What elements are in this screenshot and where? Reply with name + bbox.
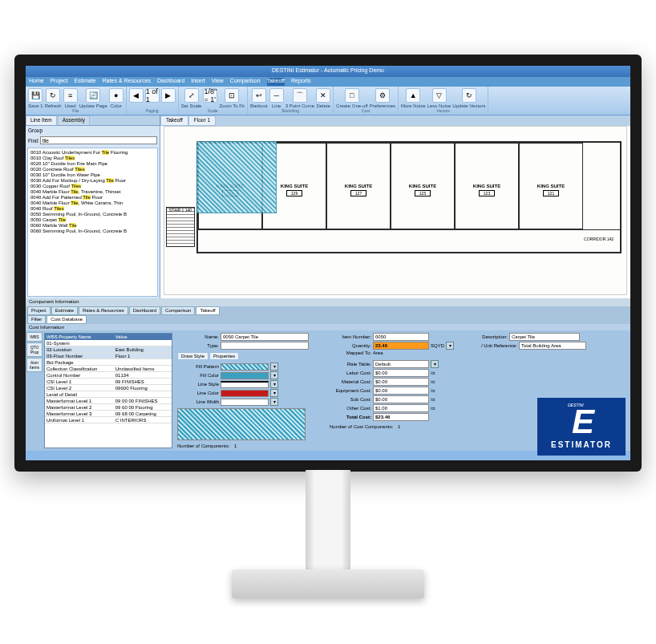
- chevron-down-icon[interactable]: ▾: [431, 360, 439, 368]
- wbs-row[interactable]: Control Number01134: [45, 372, 172, 379]
- wbs-row[interactable]: 03-Floor NumberFloor 1: [45, 353, 172, 359]
- ribbon-backout-button[interactable]: ↩: [252, 88, 266, 103]
- tree-item[interactable]: 0030 Add For Mockup / Dry-Laying Tile Fl…: [29, 177, 156, 183]
- ribbon-set-scale-button[interactable]: ⤢: [184, 88, 199, 103]
- ribbon-more-noise-button[interactable]: ▲: [406, 88, 420, 103]
- tree-item[interactable]: 0060 Marble Wall Tile: [29, 222, 156, 228]
- lower-tab-rates-resources[interactable]: Rates & Resources: [79, 306, 128, 315]
- tab-takeoff[interactable]: Takeoff: [160, 115, 188, 126]
- sub-cost-input[interactable]: [373, 395, 429, 403]
- fill-pattern-swatch[interactable]: [221, 363, 269, 371]
- tab-floor1[interactable]: Floor 1: [188, 115, 216, 126]
- wbs-row[interactable]: 01-System: [45, 340, 172, 346]
- tree-item[interactable]: 0040 Marble Floor Tile, Travertine, Thin…: [29, 188, 156, 194]
- wbs-row[interactable]: Level of Detail: [45, 391, 172, 398]
- labor-cost-input[interactable]: [373, 369, 429, 377]
- equipment-cost-input[interactable]: [373, 387, 429, 395]
- tab-assembly[interactable]: Assembly: [58, 115, 90, 125]
- material-cost-input[interactable]: [373, 378, 429, 386]
- ribbon-update-vectors-button[interactable]: ↻: [462, 88, 476, 103]
- ribbon-1-of-1-button[interactable]: 1 of 1: [145, 88, 160, 103]
- fill-color-swatch[interactable]: [221, 372, 269, 379]
- ribbon-3-point-curve-button[interactable]: ⌒: [293, 88, 307, 103]
- unit-reference-input[interactable]: [519, 342, 586, 350]
- wbs-row[interactable]: Masterformat Level 109 00 00 FINISHES: [45, 398, 172, 404]
- tree-item[interactable]: 0020 10" Ductile Iron Fire Main Pipe: [29, 160, 156, 166]
- ribbon-refresh-button[interactable]: ↻: [46, 88, 60, 103]
- lower-tab-estimate[interactable]: Estimate: [51, 306, 78, 315]
- ribbon---button[interactable]: ▶: [161, 88, 176, 103]
- wbs-row[interactable]: Masterformat Level 209 60 00 Flooring: [45, 404, 172, 411]
- wbs-row[interactable]: Collection ClassificationUnclassified It…: [45, 366, 172, 372]
- search-input[interactable]: [40, 136, 157, 144]
- ribbon-used-button[interactable]: ≡: [63, 88, 78, 103]
- room[interactable]: KING SUITE127: [326, 143, 391, 229]
- tab-line-item[interactable]: Line Item: [26, 115, 57, 125]
- chevron-down-icon[interactable]: ▾: [270, 380, 278, 388]
- ribbon-save-1-button[interactable]: 💾: [28, 88, 43, 103]
- tree-item[interactable]: 0010 Clay Roof Tiles: [29, 155, 156, 160]
- ribbon-1-8-1--button[interactable]: 1/8" = 1': [203, 88, 217, 103]
- tab-properties[interactable]: Properties: [209, 352, 239, 360]
- floor-plan[interactable]: KING SUITE131KING SUITE129KING SUITE127K…: [164, 126, 627, 295]
- side-btn-wbs[interactable]: WBS: [26, 332, 43, 342]
- wbs-row[interactable]: CSI Level 209600 Flooring: [45, 385, 172, 391]
- tree-item[interactable]: 0050 Carpet Tile: [29, 217, 156, 222]
- menu-home[interactable]: Home: [29, 78, 44, 86]
- ribbon-zoom-to-fit-button[interactable]: ⊡: [225, 88, 239, 103]
- takeoff-area[interactable]: [196, 141, 277, 213]
- tree-item[interactable]: 0020 Concrete Roof Tiles: [29, 166, 156, 172]
- wbs-row[interactable]: Masterformat Level 309 68 00 Carpeting: [45, 411, 172, 417]
- tab-cost-database[interactable]: Cost Database: [47, 315, 87, 324]
- line-color-swatch[interactable]: [221, 390, 269, 397]
- wbs-row[interactable]: Bid Package: [45, 359, 172, 366]
- drawing-canvas[interactable]: Takeoff Floor 1 KING SUITE131KING SUITE1…: [160, 115, 630, 298]
- menu-dashboard[interactable]: Dashboard: [157, 78, 184, 86]
- ribbon-line-button[interactable]: ─: [269, 88, 284, 103]
- menu-view[interactable]: View: [212, 78, 224, 86]
- tab-draw-style[interactable]: Draw Style: [177, 352, 209, 360]
- lower-tab-project[interactable]: Project: [27, 306, 51, 315]
- room[interactable]: KING SUITE121: [519, 143, 583, 229]
- ribbon-preferences-button[interactable]: ⚙: [375, 88, 390, 103]
- ribbon-create-one-off-button[interactable]: □: [345, 88, 359, 103]
- tree-item[interactable]: 0050 Swimming Pool, In-Ground, Concrete …: [29, 211, 156, 217]
- ribbon---button[interactable]: ◀: [129, 88, 144, 103]
- chevron-down-icon[interactable]: ▾: [270, 371, 278, 379]
- wbs-grid[interactable]: WBS Property NameValue01-System02-Locati…: [44, 333, 172, 448]
- tab-filter[interactable]: Filter: [27, 315, 46, 324]
- chevron-down-icon[interactable]: ▾: [270, 363, 278, 371]
- room[interactable]: KING SUITE125: [391, 143, 455, 229]
- ribbon-color-button[interactable]: ●: [109, 88, 124, 103]
- lower-tab-dashboard[interactable]: Dashboard: [129, 306, 160, 315]
- menu-reports[interactable]: Reports: [291, 78, 311, 86]
- side-btn-asm-items[interactable]: Asm Items: [26, 358, 43, 372]
- menu-rates-resources[interactable]: Rates & Resources: [103, 78, 151, 86]
- room[interactable]: KING SUITE123: [455, 143, 519, 229]
- menu-project[interactable]: Project: [51, 78, 68, 86]
- menu-comparison[interactable]: Comparison: [230, 78, 261, 86]
- chevron-down-icon[interactable]: ▾: [446, 342, 454, 350]
- description-input[interactable]: [509, 333, 580, 341]
- tree-item[interactable]: 0040 Marble Floor Tile, White Cararra, T…: [29, 200, 156, 205]
- line-style-swatch[interactable]: [221, 381, 269, 388]
- menu-takeoff[interactable]: Takeoff: [267, 78, 285, 86]
- wbs-row[interactable]: Uniformat Level 1C INTERIORS: [45, 417, 172, 423]
- quantity-input[interactable]: [373, 342, 429, 350]
- name-input[interactable]: [221, 333, 309, 341]
- ribbon-delete-button[interactable]: ✕: [316, 88, 330, 103]
- type-input[interactable]: [221, 342, 309, 350]
- menu-estimate[interactable]: Estimate: [74, 78, 95, 86]
- chevron-down-icon[interactable]: ▾: [270, 398, 278, 406]
- tree-item[interactable]: 0060 Swimming Pool, In-Ground, Concrete …: [29, 228, 156, 233]
- lower-tab-takeoff[interactable]: Takeoff: [196, 306, 219, 315]
- tree-item[interactable]: 0010 Acoustic Underlayment For Tile Floo…: [29, 149, 156, 155]
- lower-tab-comparison[interactable]: Comparison: [161, 306, 195, 315]
- line-width-swatch[interactable]: [221, 399, 269, 406]
- ribbon-update-page-button[interactable]: 🔄: [86, 88, 100, 103]
- side-btn-qto-prop[interactable]: QTO Prop: [26, 342, 43, 357]
- chevron-down-icon[interactable]: ▾: [270, 389, 278, 397]
- rate-table-input[interactable]: [373, 360, 429, 368]
- item-tree[interactable]: 0010 Acoustic Underlayment For Tile Floo…: [27, 148, 158, 297]
- ribbon-less-noise-button[interactable]: ▽: [432, 88, 447, 103]
